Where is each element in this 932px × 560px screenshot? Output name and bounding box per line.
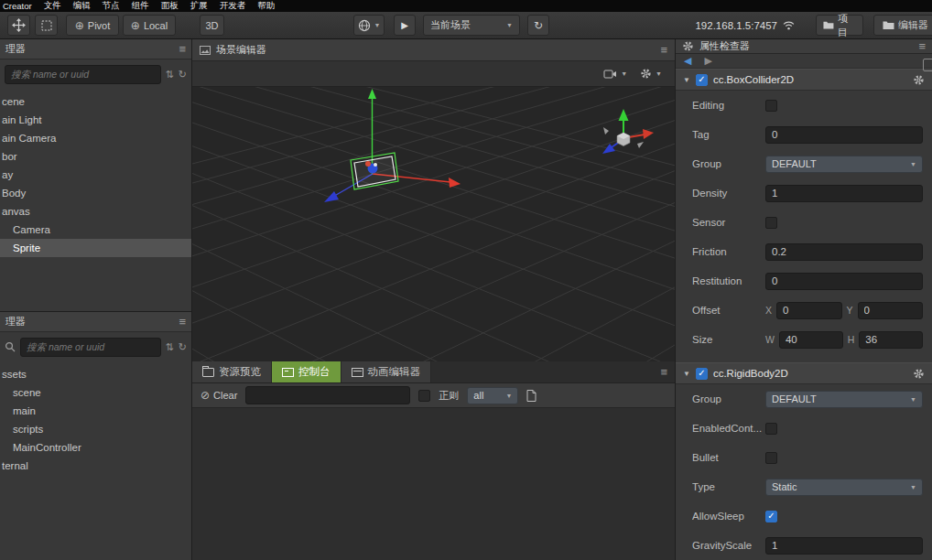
refresh-icon[interactable]: ↻ — [179, 342, 187, 352]
project-folder-button[interactable]: 项目 — [816, 15, 863, 36]
hierarchy-search-input[interactable] — [5, 65, 161, 84]
move-tool-button[interactable] — [7, 15, 30, 36]
hierarchy-item[interactable]: bor — [0, 147, 191, 166]
component-header[interactable]: ▼✓cc.RigidBody2D — [676, 362, 932, 384]
scene-viewport[interactable] — [192, 87, 675, 361]
menu-item[interactable]: Creator — [3, 1, 32, 11]
menu-item[interactable]: 编辑 — [73, 0, 91, 12]
console-filter-input[interactable] — [245, 386, 410, 404]
pivot-button[interactable]: ⊕ Pivot — [66, 15, 119, 36]
expand-all-icon[interactable]: ⇅ — [166, 70, 174, 80]
collapse-arrow-icon[interactable]: ▼ — [683, 370, 690, 378]
panel-menu-icon[interactable]: ≡ — [918, 40, 926, 52]
expand-all-icon[interactable]: ⇅ — [166, 342, 174, 352]
property-input[interactable] — [765, 273, 923, 290]
property-input[interactable] — [765, 185, 923, 202]
property-input[interactable] — [858, 302, 923, 319]
property-checkbox[interactable] — [765, 423, 777, 435]
property-control — [765, 423, 923, 435]
console-toolbar: ⊘ Clear 正则 all ▼ — [192, 383, 675, 408]
property-input[interactable] — [859, 331, 923, 349]
lock-icon[interactable] — [923, 59, 932, 71]
clear-icon: ⊘ — [200, 389, 210, 402]
play-button[interactable]: ▶ — [394, 15, 416, 36]
history-forward-icon[interactable]: ▶ — [704, 55, 711, 67]
panel-menu-icon[interactable]: ≡ — [179, 316, 186, 328]
property-select[interactable]: Static▼ — [765, 479, 923, 496]
menu-item[interactable]: 节点 — [103, 0, 120, 12]
property-input[interactable] — [776, 302, 841, 319]
menu-item[interactable]: 组件 — [132, 0, 149, 12]
asset-item[interactable]: MainController — [0, 438, 191, 457]
hierarchy-header: 理器 ≡ — [0, 39, 191, 59]
asset-item[interactable]: ssets — [0, 365, 191, 383]
history-back-icon[interactable]: ◀ — [684, 55, 691, 67]
rect-tool-button[interactable] — [35, 15, 58, 36]
search-icon — [5, 341, 16, 352]
property-input[interactable] — [779, 331, 843, 349]
property-control — [765, 452, 923, 464]
menu-item[interactable]: 开发者 — [220, 0, 246, 12]
local-button[interactable]: ⊕ Local — [123, 15, 176, 36]
main-toolbar: ⊕ Pivot ⊕ Local 3D ▼ ▶ 当前场景 ▼ ↻ — [0, 12, 932, 39]
collapse-arrow-icon[interactable]: ▼ — [683, 76, 690, 84]
menu-item[interactable]: 文件 — [44, 0, 61, 12]
asset-item[interactable]: main — [0, 402, 191, 420]
property-label: Restitution — [692, 275, 765, 286]
menu-bar: Creator文件编辑节点组件面板扩展开发者帮助 — [0, 0, 932, 12]
panel-menu-icon[interactable]: ≡ — [660, 366, 667, 378]
property-select[interactable]: DEFAULT▼ — [765, 156, 923, 173]
hierarchy-item[interactable]: anvas — [0, 202, 191, 221]
property-checkbox[interactable]: ✓ — [765, 511, 777, 522]
hierarchy-item[interactable]: ain Camera — [0, 129, 191, 147]
property-select[interactable]: DEFAULT▼ — [765, 391, 923, 408]
hierarchy-item[interactable]: cene — [0, 92, 191, 111]
menu-item[interactable]: 帮助 — [257, 0, 275, 12]
property-input[interactable] — [765, 126, 923, 144]
hierarchy-item[interactable]: ain Light — [0, 111, 191, 129]
asset-item[interactable]: scene — [0, 383, 191, 402]
regex-checkbox[interactable] — [418, 390, 430, 402]
asset-item[interactable]: scripts — [0, 420, 191, 438]
tab-anim-editor[interactable]: 动画编辑器 — [341, 361, 432, 382]
panel-menu-icon[interactable]: ≡ — [660, 44, 667, 56]
scene-select[interactable]: 当前场景 ▼ — [423, 15, 520, 36]
property-checkbox[interactable] — [765, 452, 777, 464]
log-level-select[interactable]: all ▼ — [467, 387, 518, 404]
3d-label: 3D — [205, 20, 218, 31]
property-input[interactable] — [765, 537, 923, 555]
tab-asset-preview[interactable]: 资源预览 — [192, 361, 272, 382]
component-enabled-checkbox[interactable]: ✓ — [696, 74, 708, 86]
gear-icon[interactable] — [913, 74, 925, 86]
property-checkbox[interactable] — [765, 100, 777, 112]
console-clear-button[interactable]: ⊘ Clear — [200, 389, 237, 402]
hierarchy-item[interactable]: Camera — [0, 221, 191, 239]
property-input[interactable] — [765, 243, 923, 261]
component-header[interactable]: ▼✓cc.BoxCollider2D — [676, 69, 932, 91]
hierarchy-item[interactable]: Sprite — [0, 239, 191, 257]
hierarchy-item[interactable]: ay — [0, 166, 191, 184]
property-control: WH — [765, 331, 923, 349]
camera-dropdown[interactable]: ▼ — [603, 70, 627, 79]
refresh-icon[interactable]: ↻ — [179, 70, 187, 80]
editor-folder-button[interactable]: 编辑器 — [873, 15, 932, 36]
component-name: cc.RigidBody2D — [713, 368, 788, 379]
property-control: XY — [765, 302, 923, 319]
3d-mode-button[interactable]: 3D — [200, 15, 224, 36]
component-enabled-checkbox[interactable]: ✓ — [696, 368, 708, 380]
property-row: GravityScale — [676, 531, 932, 560]
refresh-button[interactable]: ↻ — [527, 15, 549, 36]
assets-search-input[interactable] — [20, 338, 161, 357]
preview-target-button[interactable]: ▼ — [353, 15, 385, 36]
panel-menu-icon[interactable]: ≡ — [179, 43, 186, 55]
log-file-icon[interactable] — [526, 390, 536, 402]
menu-item[interactable]: 面板 — [161, 0, 179, 12]
asset-item[interactable]: ternal — [0, 457, 191, 475]
property-label: Group — [692, 158, 765, 169]
property-checkbox[interactable] — [765, 217, 777, 229]
tab-console[interactable]: 控制台 — [272, 361, 341, 382]
hierarchy-item[interactable]: Body — [0, 184, 191, 202]
gizmo-settings-dropdown[interactable]: ▼ — [640, 68, 662, 80]
gear-icon[interactable] — [913, 368, 925, 380]
menu-item[interactable]: 扩展 — [190, 0, 208, 12]
